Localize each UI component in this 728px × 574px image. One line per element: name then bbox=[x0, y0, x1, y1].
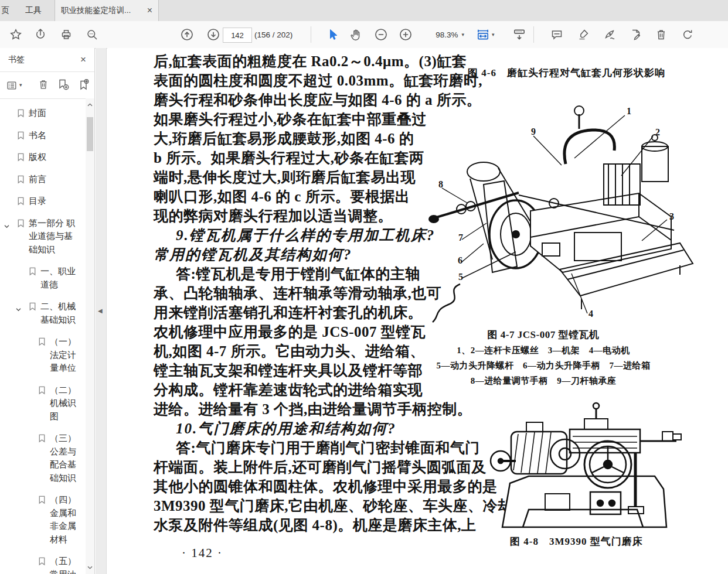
delete-pages-button[interactable] bbox=[653, 26, 669, 43]
bookmark-label: 目录 bbox=[29, 194, 46, 208]
zoom-out-button[interactable] bbox=[373, 26, 389, 43]
find-button[interactable] bbox=[84, 26, 100, 43]
bookmark-add-icon bbox=[57, 78, 70, 91]
figure-4-7-legend: 5—动力头升降螺杆 6—动力头升降手柄 7—进给箱 bbox=[423, 360, 664, 371]
highlight-button[interactable] bbox=[575, 26, 591, 43]
panel-gutter: ◀ bbox=[96, 48, 107, 574]
bookmark-label: （四）金属和非金属材料 bbox=[50, 493, 79, 546]
scroll-down-icon[interactable] bbox=[86, 563, 94, 572]
bookmark-item[interactable]: 封面 bbox=[0, 107, 86, 120]
doc-text-line: 机,如图 4-7 所示。它由动力头、进给箱、 bbox=[154, 341, 425, 361]
doc-text-line: 常用的镗瓦机及其结构如何? bbox=[154, 245, 352, 264]
bookmark-label: （二）机械识图 bbox=[50, 384, 79, 423]
figure-4-7-legend: 1、2—连杆卡压螺丝 3—机架 4—电动机 bbox=[423, 345, 664, 356]
edit-pdf-button[interactable] bbox=[627, 26, 644, 43]
bookmark-item[interactable]: （五）常用油料 bbox=[0, 555, 86, 574]
doc-text-line: 其他小的圆锥体和圆柱体。农机修理中采用最多的是 bbox=[154, 477, 498, 496]
tab-document[interactable]: 职业技能鉴定培训... × bbox=[55, 0, 159, 21]
bookmark-item[interactable]: 前言 bbox=[0, 173, 86, 186]
fig47-callout: 2 bbox=[652, 127, 663, 138]
fig47-callout: 7 bbox=[455, 233, 466, 243]
page-count-label: (156 / 202) bbox=[254, 21, 292, 48]
bookmark-item[interactable]: （三）公差与配合基础知识 bbox=[0, 432, 86, 484]
search-icon bbox=[86, 28, 98, 41]
tab-home-partial[interactable]: 页 bbox=[0, 0, 13, 21]
hand-icon bbox=[349, 28, 362, 41]
collapse-panel-icon[interactable]: ◀ bbox=[98, 308, 103, 314]
bookmark-icon bbox=[38, 495, 46, 505]
figure-4-7-legend: 8—进给量调节手柄 9—刀杆轴承座 bbox=[423, 375, 664, 387]
doc-text-line: 水泵及附件等组成(见图 4-8)。机座是磨床主体,上 bbox=[154, 515, 476, 535]
bookmark-icon bbox=[38, 433, 46, 443]
zoom-level-label: 98.3% bbox=[436, 30, 458, 39]
document-page[interactable]: 后,缸套表面的粗糙度在 Ra0.2～0.4μm。(3)缸套 表面的圆柱度和圆度不… bbox=[107, 48, 728, 574]
bookmark-item[interactable]: 第一部分 职业道德与基础知识 bbox=[0, 217, 86, 257]
bookmark-item[interactable]: 书名 bbox=[0, 129, 86, 142]
select-tool-button[interactable] bbox=[324, 26, 341, 43]
bookmark-item[interactable]: 目录 bbox=[0, 194, 86, 208]
hand-tool-button[interactable] bbox=[348, 26, 364, 43]
doc-text-line: 农机修理中应用最多的是 JCS-007 型镗瓦 bbox=[154, 322, 426, 341]
doc-text-line: 10.气门磨床的用途和结构如何? bbox=[176, 419, 396, 438]
bookmark-item[interactable]: 一、职业道德 bbox=[0, 265, 86, 291]
rotate-pages-button[interactable] bbox=[679, 26, 696, 43]
doc-text-line: 3M9390 型气门磨床,它由机座、砂轮座、车头座、冷却 bbox=[154, 496, 513, 515]
bookmark-settings-button[interactable] bbox=[77, 78, 90, 93]
close-panel-icon[interactable]: × bbox=[80, 54, 86, 66]
bookmark-item[interactable]: （二）机械识图 bbox=[0, 384, 86, 423]
previous-page-button[interactable] bbox=[179, 26, 195, 43]
bookmark-icon bbox=[16, 131, 25, 141]
tab-document-title: 职业技能鉴定培训... bbox=[61, 5, 131, 16]
doc-text-line: 用来镗削活塞销孔和连杆衬套孔的机床。 bbox=[154, 303, 423, 322]
bookmark-label: 二、机械基础知识 bbox=[40, 300, 78, 326]
bookmark-icon bbox=[16, 152, 25, 162]
chevron-down-icon: ▾ bbox=[461, 32, 464, 37]
pdf-reader-window: 页 工具 职业技能鉴定培训... × (156 / 202) bbox=[0, 0, 728, 574]
fit-width-dropdown[interactable]: ▾ bbox=[476, 21, 495, 48]
zoom-in-button[interactable] bbox=[397, 26, 414, 43]
add-bookmark-button[interactable] bbox=[57, 78, 70, 93]
tab-close-icon[interactable]: × bbox=[147, 6, 152, 15]
hide-toolbar-button[interactable] bbox=[511, 26, 528, 43]
bookmark-item[interactable]: （四）金属和非金属材料 bbox=[0, 493, 86, 546]
share-button[interactable] bbox=[32, 26, 49, 43]
print-button[interactable] bbox=[58, 26, 74, 43]
comment-button[interactable] bbox=[549, 26, 565, 43]
figure-4-6-caption: 图 4-6 磨缸头行程对气缸套几何形状影响 bbox=[468, 66, 665, 80]
bookmark-icon bbox=[38, 556, 46, 566]
fit-width-icon bbox=[476, 28, 490, 42]
bookmark-item[interactable]: 二、机械基础知识 bbox=[0, 300, 86, 326]
edit-page-icon bbox=[629, 28, 642, 41]
doc-text-line: 喇叭口形,如图 4-6 的 c 所示。要根据出 bbox=[154, 187, 410, 206]
bookmark-item[interactable]: （一）法定计量单位 bbox=[0, 335, 86, 375]
bookmark-item[interactable]: 版权 bbox=[0, 151, 86, 164]
scrollbar-thumb[interactable] bbox=[87, 117, 93, 151]
page-number: · 142 · bbox=[182, 546, 223, 561]
scroll-up-icon[interactable] bbox=[86, 101, 94, 109]
tab-tools[interactable]: 工具 bbox=[13, 0, 54, 21]
bookmark-label: 第一部分 职业道德与基础知识 bbox=[29, 217, 76, 257]
next-page-button[interactable] bbox=[205, 26, 222, 43]
trash-icon bbox=[38, 78, 49, 90]
bookmark-icon bbox=[38, 337, 46, 347]
sidebar-scrollbar[interactable] bbox=[86, 98, 94, 574]
fig47-callout: 4 bbox=[586, 309, 596, 319]
fill-sign-button[interactable] bbox=[601, 26, 618, 43]
bookmark-icon bbox=[16, 175, 25, 184]
bookmark-label: 版权 bbox=[29, 151, 46, 164]
favorite-star-button[interactable] bbox=[8, 26, 24, 43]
doc-text-line: 后,缸套表面的粗糙度在 Ra0.2～0.4μm。(3)缸套 bbox=[154, 52, 467, 71]
page-down-icon bbox=[206, 28, 220, 42]
fig47-callout: 6 bbox=[455, 255, 465, 266]
fig47-callout: 3 bbox=[666, 211, 677, 222]
cursor-arrow-icon bbox=[326, 28, 339, 41]
collapse-caret-icon[interactable] bbox=[15, 303, 22, 317]
bookmark-options-button[interactable]: ▾ bbox=[6, 80, 22, 91]
bookmark-icon bbox=[16, 218, 25, 228]
delete-bookmark-button[interactable] bbox=[38, 78, 49, 93]
collapse-caret-icon[interactable] bbox=[4, 220, 10, 234]
page-number-input[interactable] bbox=[223, 28, 252, 43]
zoom-level-dropdown[interactable]: 98.3% ▾ bbox=[417, 21, 464, 48]
figure-4-8-valve-grinder-illustration bbox=[488, 395, 690, 530]
bookmarks-header: 书签 × bbox=[0, 48, 94, 72]
